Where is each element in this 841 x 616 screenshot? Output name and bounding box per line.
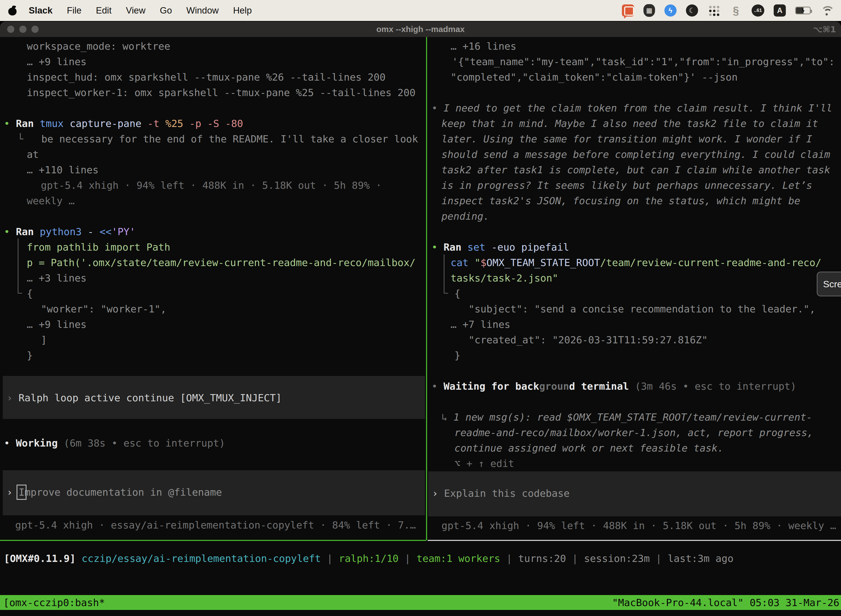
window-shortcut-badge: ⌥⌘1: [813, 25, 836, 34]
terminal-line: • Ran python3 - <<'PY': [0, 224, 426, 239]
menu-item-view[interactable]: View: [126, 5, 145, 16]
wifi-icon[interactable]: [820, 5, 833, 16]
terminal-line: }: [0, 348, 426, 363]
active-pane-border: [0, 540, 426, 541]
terminal-line: … +110 lines: [0, 162, 426, 178]
terminal-line: tasks/task-2.json": [428, 270, 841, 286]
terminal-line: readme-and-reco/mailbox/worker-1.json, a…: [428, 425, 841, 440]
terminal-line: › Improve documentation in @filename: [3, 485, 425, 500]
terminal-line: "subject": "send a concise recommendatio…: [428, 301, 841, 317]
terminal-line: pending.: [428, 209, 841, 224]
menu-item-file[interactable]: File: [67, 5, 81, 16]
terminal-content: workspace_mode: worktree… +9 linesinspec…: [0, 37, 841, 616]
terminal-line: [428, 394, 841, 409]
omx-status-line: [OMX#0.11.9] cczip/essay/ai-reimplementa…: [4, 551, 733, 566]
terminal-line: [0, 209, 426, 224]
terminal-line: inspect_hud: omx sparkshell --tmux-pane …: [0, 70, 426, 85]
terminal-line: [428, 363, 841, 378]
dots-grid-icon[interactable]: [708, 4, 720, 17]
shield-grid-icon[interactable]: ▦: [643, 4, 655, 17]
blue-badge-icon[interactable]: ϟ: [664, 4, 677, 16]
terminal-line: … +9 lines: [0, 54, 426, 70]
menu-item-help[interactable]: Help: [233, 5, 252, 16]
terminal-line: from pathlib import Path: [0, 239, 426, 255]
terminal-line: gpt-5.4 xhigh · essay/ai-reimplementatio…: [0, 518, 426, 533]
terminal-line: … +16 lines: [428, 39, 841, 54]
terminal-line: … +3 lines: [0, 270, 426, 286]
terminal-line: … +7 lines: [428, 317, 841, 332]
window-title: omx --xhigh --madmax: [0, 25, 841, 34]
working-status: • Working (6m 38s • esc to interrupt): [0, 436, 426, 451]
terminal-line: └ be necessary for the end of the README…: [0, 131, 426, 147]
menu-bar: SlackFileEditViewGoWindowHelp ▦ϟ☾§..61Aϟ: [0, 0, 841, 21]
terminal-line: "completed","claim_token":"claim-token"}…: [428, 70, 841, 85]
terminal-line: inspect_worker-1: omx sparkshell --tmux-…: [0, 85, 426, 100]
terminal-line: cat "$OMX_TEAM_STATE_ROOT/team/review-cu…: [428, 255, 841, 270]
terminal-line: is in progress? It seems likely but perh…: [428, 178, 841, 193]
terminal-window: omx --xhigh --madmax ⌥⌘1 workspace_mode:…: [0, 22, 841, 616]
prompt-input-box[interactable]: › Explain this codebase: [428, 471, 841, 516]
terminal-line: › Explain this codebase: [428, 486, 841, 501]
terminal-line: p = Path('.omx/state/team/review-current…: [0, 255, 426, 270]
text-cursor: I: [19, 487, 25, 498]
terminal-line: ⌥ + ↑ edit: [428, 456, 841, 471]
terminal-line: task2 after task1 is complete, but can I…: [428, 162, 841, 178]
terminal-line: }: [428, 348, 841, 363]
terminal-line: at: [0, 147, 426, 162]
output-connector-line: [18, 238, 22, 294]
ralph-status-box[interactable]: › Ralph loop active continue [OMX_TMUX_I…: [3, 376, 425, 419]
crescent-icon[interactable]: ☾: [686, 4, 698, 16]
right-scrollback: … +16 lines'{"team_name":"my-team","task…: [428, 39, 841, 471]
window-titlebar[interactable]: omx --xhigh --madmax ⌥⌘1: [0, 22, 841, 37]
screen-notification-text: Scre: [823, 279, 841, 289]
terminal-line: should send a message before completing …: [428, 147, 841, 162]
keyboard-a-icon[interactable]: A: [774, 4, 786, 16]
tmux-pane-left[interactable]: workspace_mode: worktree… +9 linesinspec…: [0, 37, 426, 540]
output-connector-line: [444, 254, 448, 294]
terminal-line: "created_at": "2026-03-31T11:59:27.816Z": [428, 332, 841, 348]
chat-app-icon[interactable]: [622, 4, 634, 16]
terminal-line: workspace_mode: worktree: [0, 39, 426, 54]
terminal-line: gpt-5.4 xhigh · 94% left · 488K in · 5.1…: [0, 178, 426, 193]
terminal-line: • Working (6m 38s • esc to interrupt): [0, 436, 426, 451]
terminal-line: {: [428, 286, 841, 301]
tmux-session-label: [omx-cczip0:bash*: [0, 597, 105, 608]
terminal-line: weekly …: [0, 193, 426, 209]
tmux-status-bar: [omx-cczip0:bash* "MacBook-Pro-44.local"…: [0, 595, 841, 610]
terminal-line: • I need to get the claim token from the…: [428, 100, 841, 116]
screen-notification-chip[interactable]: Scre: [817, 271, 841, 296]
terminal-line: ↳ 1 new msg(s): read $OMX_TEAM_STATE_ROO…: [428, 409, 841, 425]
terminal-line: later. Using the same for transition mig…: [428, 131, 841, 147]
menu-item-window[interactable]: Window: [186, 5, 218, 16]
terminal-line: inspect task2's JSON, focusing on the st…: [428, 193, 841, 209]
left-scrollback: workspace_mode: worktree… +9 linesinspec…: [0, 39, 426, 363]
prompt-input-box[interactable]: › Improve documentation in @filename: [3, 470, 425, 515]
menu-item-edit[interactable]: Edit: [96, 5, 111, 16]
tmux-pane-divider[interactable]: [426, 37, 427, 540]
terminal-line: • Waiting for background terminal (3m 46…: [428, 378, 841, 394]
inactive-pane-border: [428, 540, 841, 541]
model-status-line: gpt-5.4 xhigh · essay/ai-reimplementatio…: [0, 518, 426, 533]
terminal-line: [428, 85, 841, 100]
terminal-line: continue assigned work or next feasible …: [428, 440, 841, 456]
tmux-pane-right[interactable]: … +16 lines'{"team_name":"my-team","task…: [428, 37, 841, 540]
terminal-line: '{"team_name":"my-team","task_id":"1","f…: [428, 54, 841, 70]
squiggle-icon[interactable]: §: [730, 4, 742, 17]
model-status-line: gpt-5.4 xhigh · 94% left · 488K in · 5.1…: [428, 518, 841, 534]
terminal-line: ]: [0, 332, 426, 348]
terminal-line: keep that in mind. Maybe I also need the…: [428, 116, 841, 131]
menubar-status-icons: ▦ϟ☾§..61Aϟ: [622, 4, 833, 17]
terminal-line: … +9 lines: [0, 317, 426, 332]
terminal-line: [0, 100, 426, 116]
menu-items: SlackFileEditViewGoWindowHelp: [29, 5, 252, 16]
terminal-line: [428, 224, 841, 239]
terminal-line: "worker": "worker-1",: [0, 301, 426, 317]
badge-61-icon[interactable]: ..61: [752, 4, 764, 16]
terminal-line: {: [0, 286, 426, 301]
battery-icon[interactable]: ϟ: [795, 7, 811, 14]
apple-menu-icon[interactable]: [8, 6, 17, 15]
menu-item-go[interactable]: Go: [160, 5, 172, 16]
menu-item-slack[interactable]: Slack: [29, 5, 53, 16]
terminal-line: › Ralph loop active continue [OMX_TMUX_I…: [3, 390, 425, 406]
tmux-host-clock: "MacBook-Pro-44.local" 05:03 31-Mar-26: [612, 597, 841, 608]
